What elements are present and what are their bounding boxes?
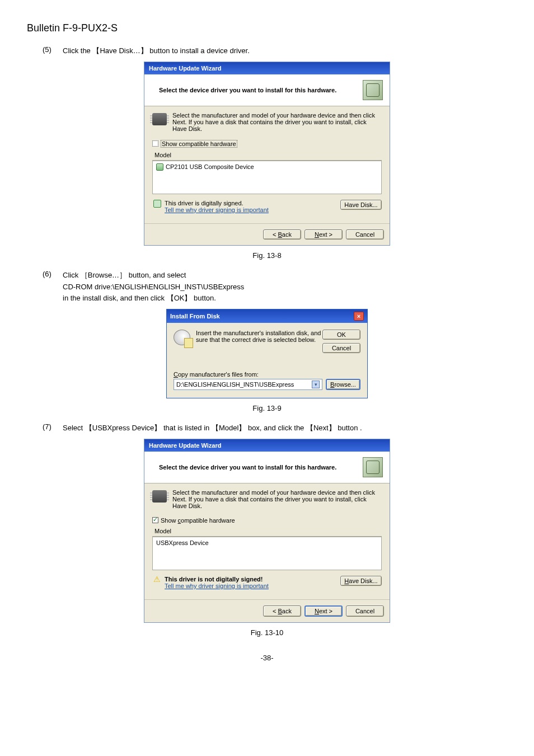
chip-icon: [152, 113, 167, 125]
driver-signing-link[interactable]: Tell me why driver signing is important: [165, 206, 269, 213]
step-7: (7) Select 【USBXpress Device】 that is li…: [43, 422, 507, 434]
browse-button[interactable]: Browse...: [326, 379, 360, 390]
hardware-wizard-1: Hardware Update Wizard Select the device…: [144, 62, 390, 246]
wizard2-titlebar: Hardware Update Wizard: [144, 439, 390, 452]
have-disk-button-2[interactable]: Have Disk...: [340, 576, 382, 586]
ifd-cancel-button[interactable]: Cancel: [322, 343, 360, 353]
wizard2-header: Select the device driver you want to ins…: [144, 452, 390, 483]
back-button-2[interactable]: < Back: [263, 605, 301, 617]
fig-13-8-caption: Fig. 13-8: [27, 251, 507, 260]
step-6-line2: CD-ROM drive:\ENGLISH\ENGLISH_INST\USBEx…: [63, 283, 244, 291]
path-value: D:\ENGLISH\ENGLISH_INST\USBExpress: [176, 381, 294, 388]
next-button-2[interactable]: Next >: [305, 605, 343, 617]
certificate-icon: [153, 200, 161, 208]
step-5: (5) Click the 【Have Disk…】 button to ins…: [43, 45, 507, 57]
ifd-titlebar: Install From Disk ×: [167, 309, 367, 323]
ifd-title-text: Install From Disk: [170, 313, 220, 320]
step-5-text: Click the 【Have Disk…】 button to install…: [63, 45, 250, 57]
checkbox-checked-icon[interactable]: [152, 517, 158, 523]
driver-signing-link-2[interactable]: Tell me why driver signing is important: [165, 583, 269, 589]
signed-driver-icon: [156, 163, 163, 171]
show-compatible-checkbox-row[interactable]: Show compatible hardware: [152, 140, 382, 148]
wizard2-instruction: Select the manufacturer and model of you…: [172, 489, 382, 509]
step-5-num: (5): [43, 45, 63, 57]
next-button[interactable]: Next >: [305, 229, 343, 240]
step-6: (6) Click ［Browse…］ button, and select C…: [43, 270, 507, 304]
cancel-button[interactable]: Cancel: [346, 229, 384, 240]
page-number: -38-: [27, 654, 507, 662]
model-column-header: Model: [152, 150, 382, 161]
install-from-disk-dialog: Install From Disk × Insert the manufactu…: [166, 309, 368, 398]
have-disk-button[interactable]: Have Disk...: [340, 200, 382, 210]
bulletin-title: Bulletin F-9-PUX2-S: [27, 22, 507, 34]
unsigned-status-text: This driver is not digitally signed!: [165, 576, 269, 583]
warning-icon: [153, 576, 161, 584]
step-7-num: (7): [43, 422, 63, 434]
chip-device-icon: [363, 80, 383, 100]
cancel-button-2[interactable]: Cancel: [346, 605, 384, 617]
fig-13-10-caption: Fig. 13-10: [27, 628, 507, 637]
signed-status-text: This driver is digitally signed.: [165, 200, 269, 206]
wizard1-header: Select the device driver you want to ins…: [144, 74, 390, 106]
step-6-num: (6): [43, 270, 63, 304]
close-icon[interactable]: ×: [354, 312, 364, 321]
show-compatible-label-2: Show compatible hardware: [161, 517, 235, 524]
chip-icon: [152, 490, 167, 503]
model-listbox-2[interactable]: USBXpress Device: [152, 537, 382, 570]
chevron-down-icon[interactable]: ▾: [312, 381, 320, 388]
wizard1-instruction: Select the manufacturer and model of you…: [172, 112, 382, 132]
chip-device-icon: [363, 457, 383, 477]
show-compatible-label: Show compatible hardware: [161, 140, 237, 148]
disk-floppy-icon: [174, 330, 190, 345]
step-6-line3: in the install disk, and then click 【OK】…: [63, 294, 216, 302]
wizard1-titlebar: Hardware Update Wizard: [144, 62, 390, 74]
model-item-label-2: USBXpress Device: [156, 539, 209, 546]
show-compatible-checkbox-row-2[interactable]: Show compatible hardware: [152, 517, 382, 524]
checkbox-unchecked-icon[interactable]: [152, 140, 158, 147]
wizard2-heading: Select the device driver you want to ins…: [151, 464, 363, 471]
model-item-label: CP2101 USB Composite Device: [166, 163, 254, 170]
path-combobox[interactable]: D:\ENGLISH\ENGLISH_INST\USBExpress ▾: [174, 379, 322, 390]
fig-13-9-caption: Fig. 13-9: [27, 404, 507, 412]
model-item-cp2101[interactable]: CP2101 USB Composite Device: [156, 163, 378, 171]
copy-from-label: Copy manufacturer's files from:: [174, 371, 360, 378]
ok-button[interactable]: OK: [322, 330, 360, 340]
hardware-wizard-2: Hardware Update Wizard Select the device…: [144, 439, 390, 623]
back-button[interactable]: < Back: [263, 229, 301, 240]
step-7-text: Select 【USBXpress Device】 that is listed…: [63, 422, 362, 434]
step-6-line1: Click ［Browse…］ button, and select: [63, 271, 186, 279]
wizard1-heading: Select the device driver you want to ins…: [151, 87, 363, 93]
model-column-header-2: Model: [152, 526, 382, 537]
model-listbox[interactable]: CP2101 USB Composite Device: [152, 161, 382, 194]
model-item-usbxpress[interactable]: USBXpress Device: [156, 539, 378, 546]
